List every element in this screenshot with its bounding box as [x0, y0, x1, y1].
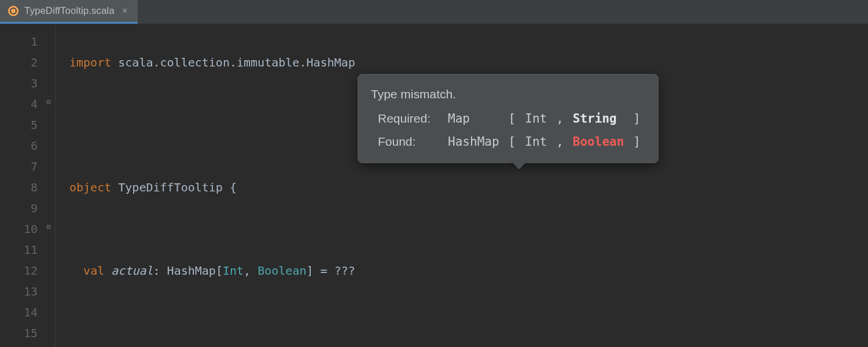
tooltip-tail-icon	[511, 161, 527, 169]
tooltip-label: Found:	[371, 130, 443, 153]
scala-file-icon	[8, 6, 19, 16]
tooltip-row-found: Found: HashMap [ Int , Boolean ]	[371, 130, 645, 153]
code-line	[69, 302, 868, 323]
type: HashMap	[167, 264, 216, 278]
tooltip-type-name: Map	[443, 107, 504, 130]
tab-filename: TypeDiffTooltip.scala	[24, 5, 115, 17]
gutter: 1 2 3 4 5 6 7 8 9 10 11 12 13 14 15 ⊟ ⊟	[0, 24, 56, 347]
line-number: 9	[0, 198, 55, 219]
code-line: import scala.collection.immutable.HashMa…	[69, 52, 868, 73]
line-number: 7	[0, 156, 55, 177]
tab-bar: TypeDiffTooltip.scala ×	[0, 0, 868, 24]
code-area[interactable]: import scala.collection.immutable.HashMa…	[56, 24, 868, 347]
line-number: 5	[0, 115, 55, 135]
type-mismatch-tooltip: Type mismatch. Required: Map [ Int , Str…	[358, 74, 659, 163]
tooltip-table: Required: Map [ Int , String ] Found: Ha…	[371, 107, 645, 153]
code-text: scala.collection.immutable.HashMap	[111, 56, 355, 69]
code-line	[69, 219, 868, 239]
code-line: object TypeDiffTooltip {	[69, 177, 868, 198]
keyword: import	[69, 56, 111, 69]
line-number: 12	[0, 260, 55, 281]
line-number: 8	[0, 177, 55, 198]
tooltip-diff-value: String	[568, 107, 629, 130]
code-line: val expected: Map[Int, String] = actual …	[69, 344, 868, 347]
line-number: 2	[0, 52, 55, 73]
tooltip-row-required: Required: Map [ Int , String ]	[371, 107, 645, 130]
line-number: 13	[0, 281, 55, 302]
brace: {	[230, 180, 237, 194]
line-number: 1	[0, 31, 55, 52]
type: Int	[223, 264, 244, 278]
fold-marker-icon[interactable]: ⊟	[45, 223, 53, 231]
line-number: 15	[0, 323, 55, 344]
tooltip-title: Type mismatch.	[371, 83, 645, 106]
identifier: actual	[104, 264, 153, 278]
line-number: 14	[0, 302, 55, 323]
code-text: TypeDiffTooltip	[111, 180, 230, 194]
keyword: object	[69, 180, 111, 194]
code-line: val actual: HashMap[Int, Boolean] = ???	[69, 260, 868, 281]
type: Boolean	[258, 264, 306, 278]
fold-marker-icon[interactable]: ⊟	[45, 98, 53, 106]
close-icon[interactable]: ×	[120, 6, 130, 16]
tooltip-diff-value: Boolean	[568, 130, 629, 153]
editor: 1 2 3 4 5 6 7 8 9 10 11 12 13 14 15 ⊟ ⊟ …	[0, 24, 868, 347]
keyword: val	[83, 264, 104, 278]
line-number: 11	[0, 239, 55, 260]
line-number: 3	[0, 73, 55, 94]
tooltip-type-name: HashMap	[443, 130, 504, 153]
line-number: 6	[0, 135, 55, 156]
editor-tab[interactable]: TypeDiffTooltip.scala ×	[0, 0, 138, 24]
tooltip-label: Required:	[371, 107, 443, 130]
